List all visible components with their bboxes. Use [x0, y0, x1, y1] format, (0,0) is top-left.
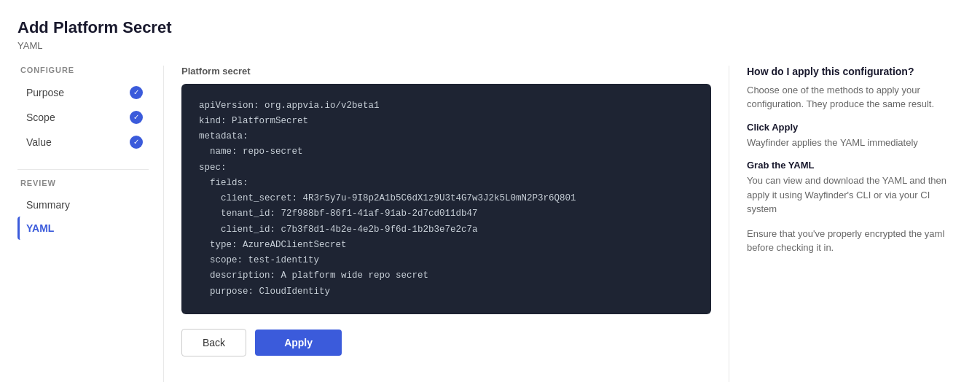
- center-panel: Platform secret apiVersion: org.appvia.i…: [163, 66, 729, 382]
- help-title: How do I apply this configuration?: [747, 66, 963, 77]
- help-method1-text: Wayfinder applies the YAML immediately: [747, 136, 963, 150]
- sidebar-item-value[interactable]: Value ✓: [17, 130, 149, 155]
- code-line: name: repo-secret: [199, 144, 694, 160]
- code-line: metadata:: [199, 129, 694, 144]
- sidebar-item-summary-label: Summary: [26, 199, 70, 211]
- apply-button[interactable]: Apply: [255, 330, 342, 356]
- yaml-code-block: apiVersion: org.appvia.io/v2beta1kind: P…: [181, 84, 711, 314]
- help-method2-text: You can view and download the YAML and t…: [747, 174, 963, 217]
- purpose-check-icon: ✓: [130, 86, 143, 99]
- help-method3-text: Ensure that you've properly encrypted th…: [747, 227, 963, 255]
- configure-section-label: CONFIGURE: [17, 66, 149, 74]
- review-section-label: REVIEW: [17, 179, 149, 187]
- right-panel: How do I apply this configuration? Choos…: [729, 66, 963, 382]
- sidebar: CONFIGURE Purpose ✓ Scope ✓ Value ✓ REVI…: [17, 66, 163, 382]
- code-line: description: A platform wide repo secret: [199, 268, 694, 284]
- sidebar-item-yaml[interactable]: YAML: [17, 217, 149, 240]
- help-method1-title: Click Apply: [747, 122, 963, 133]
- code-line: apiVersion: org.appvia.io/v2beta1: [199, 98, 694, 114]
- code-line: spec:: [199, 160, 694, 176]
- sidebar-item-scope[interactable]: Scope ✓: [17, 105, 149, 130]
- code-line: type: AzureADClientSecret: [199, 238, 694, 253]
- code-line: purpose: CloudIdentity: [199, 284, 694, 300]
- code-line: client_id: c7b3f8d1-4b2e-4e2b-9f6d-1b2b3…: [199, 222, 694, 238]
- code-line: tenant_id: 72f988bf-86f1-41af-91ab-2d7cd…: [199, 206, 694, 222]
- sidebar-item-yaml-label: YAML: [26, 222, 54, 234]
- back-button[interactable]: Back: [181, 329, 246, 356]
- platform-secret-label: Platform secret: [181, 66, 711, 77]
- action-row: Back Apply: [181, 314, 711, 371]
- sidebar-item-purpose-label: Purpose: [26, 87, 64, 98]
- sidebar-item-summary[interactable]: Summary: [17, 193, 149, 217]
- value-check-icon: ✓: [130, 136, 143, 149]
- sidebar-divider: [17, 169, 149, 170]
- page-subtitle: YAML: [17, 40, 963, 51]
- scope-check-icon: ✓: [130, 111, 143, 124]
- code-line: scope: test-identity: [199, 253, 694, 268]
- review-items: Summary YAML: [17, 193, 149, 240]
- code-line: fields:: [199, 176, 694, 191]
- help-method2-title: Grab the YAML: [747, 160, 963, 171]
- page-title: Add Platform Secret: [17, 17, 963, 39]
- sidebar-item-value-label: Value: [26, 136, 52, 148]
- sidebar-item-purpose[interactable]: Purpose ✓: [17, 80, 149, 105]
- sidebar-item-scope-label: Scope: [26, 112, 55, 123]
- code-line: client_secret: 4R3r5y7u-9I8p2A1b5C6dX1z9…: [199, 191, 694, 206]
- help-description: Choose one of the methods to apply your …: [747, 83, 963, 112]
- code-line: kind: PlatformSecret: [199, 114, 694, 129]
- configure-items: Purpose ✓ Scope ✓ Value ✓: [17, 80, 149, 155]
